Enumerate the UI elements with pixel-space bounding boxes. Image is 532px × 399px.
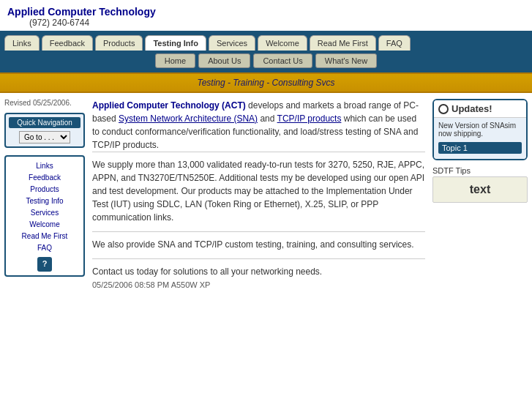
sec-tab-contact[interactable]: Contact Us: [253, 53, 312, 68]
tab-read-me-first[interactable]: Read Me First: [310, 35, 376, 51]
secondary-nav: Home About Us Contact Us What's New: [0, 51, 532, 72]
act-bold: Applied Computer Technology (ACT): [92, 100, 246, 111]
header: Applied Computer Technology (972) 240-67…: [0, 0, 532, 31]
quick-nav-label: Quick Navigation: [9, 117, 80, 128]
topic1-bar[interactable]: Topic 1: [438, 142, 522, 154]
para4: Contact us today for solutions to all yo…: [92, 258, 425, 291]
sidebar-link-read-me-first[interactable]: Read Me First: [10, 231, 80, 242]
tab-feedback[interactable]: Feedback: [42, 35, 93, 51]
gold-bar: Testing - Training - Consulting Svcs: [0, 72, 532, 93]
tab-faq[interactable]: FAQ: [378, 35, 411, 51]
timestamp: 05/25/2006 08:58 PM A550W XP: [92, 280, 210, 289]
tab-products[interactable]: Products: [95, 35, 143, 51]
intro-text2: and: [258, 113, 277, 124]
quick-nav-select[interactable]: Go to . . .: [19, 131, 70, 143]
sidebar-link-welcome[interactable]: Welcome: [10, 219, 80, 231]
sec-tab-whats-new[interactable]: What's New: [315, 53, 377, 68]
para4-text: Contact us today for solutions to all yo…: [92, 266, 322, 277]
top-nav: Links Feedback Products Testing Info Ser…: [0, 31, 532, 51]
updates-body: New Version of SNAsim now shipping. Topi…: [434, 118, 526, 159]
quick-nav-box: Quick Navigation Go to . . .: [4, 113, 85, 148]
sidebar-link-products[interactable]: Products: [10, 184, 80, 195]
help-icon[interactable]: ?: [37, 257, 52, 272]
sidebar-link-links[interactable]: Links: [10, 160, 80, 172]
main-layout: Revised 05/25/2006. Quick Navigation Go …: [0, 93, 532, 305]
para2: We supply more than 13,000 validated rea…: [92, 152, 425, 224]
tab-services[interactable]: Services: [209, 35, 255, 51]
sec-tab-about[interactable]: About Us: [198, 53, 250, 68]
sidebar-link-services[interactable]: Services: [10, 207, 80, 219]
center-col: Applied Computer Technology (ACT) develo…: [92, 99, 425, 299]
sidebar-link-testing-info[interactable]: Testing Info: [10, 195, 80, 207]
site-title[interactable]: Applied Computer Technology: [7, 6, 156, 18]
sidebar-link-faq[interactable]: FAQ: [10, 242, 80, 254]
revised-date: Revised 05/25/2006.: [4, 99, 85, 107]
right-col: Updates! New Version of SNAsim now shipp…: [432, 99, 528, 299]
sna-link[interactable]: System Network Architecture (SNA): [119, 113, 258, 124]
gold-bar-text: Testing - Training - Consulting Svcs: [197, 78, 334, 88]
tab-welcome[interactable]: Welcome: [258, 35, 307, 51]
updates-box: Updates! New Version of SNAsim now shipp…: [432, 99, 528, 160]
phone: (972) 240-6744: [7, 18, 525, 28]
tcpip-link[interactable]: TCP/IP products: [277, 113, 342, 124]
updates-header: Updates!: [434, 100, 526, 118]
updates-circle-icon: [438, 104, 449, 114]
updates-new-text: New Version of SNAsim now shipping.: [438, 122, 522, 138]
updates-title: Updates!: [452, 103, 492, 114]
text-box: text: [432, 176, 528, 203]
intro-paragraph: Applied Computer Technology (ACT) develo…: [92, 99, 425, 152]
tab-links[interactable]: Links: [4, 35, 40, 51]
sidebar-link-feedback[interactable]: Feedback: [10, 172, 80, 184]
para3: We also provide SNA and TCP/IP custom te…: [92, 231, 425, 251]
quick-nav-select-wrap: Go to . . .: [9, 131, 80, 143]
sidebar-links-box: Links Feedback Products Testing Info Ser…: [4, 155, 85, 277]
sec-tab-home[interactable]: Home: [155, 53, 195, 68]
tab-testing-info[interactable]: Testing Info: [145, 35, 206, 51]
sdtf-label: SDTF Tips: [432, 166, 528, 175]
left-col: Revised 05/25/2006. Quick Navigation Go …: [4, 99, 85, 299]
main-content: Applied Computer Technology (ACT) develo…: [92, 99, 425, 291]
